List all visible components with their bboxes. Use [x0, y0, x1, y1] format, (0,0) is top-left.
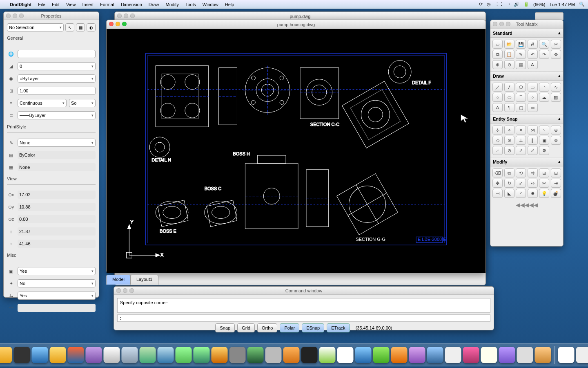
offset-icon[interactable]: ⇉: [528, 168, 538, 177]
preview-icon[interactable]: 🔍: [539, 40, 549, 49]
pick-icon[interactable]: ↖: [65, 23, 74, 31]
dock-sysprefs-icon[interactable]: [229, 347, 246, 363]
tab-layout1[interactable]: Layout1: [130, 275, 158, 285]
snap-mid-icon[interactable]: ⋄: [504, 126, 514, 135]
command-input[interactable]: :: [117, 314, 490, 322]
linetype-field[interactable]: Continuous: [18, 99, 67, 107]
menu-tools[interactable]: Tools: [185, 2, 196, 7]
dock-adium-icon[interactable]: [194, 347, 210, 363]
zoomout-icon[interactable]: ⊖: [504, 60, 514, 69]
dock-terminal-icon[interactable]: [301, 347, 318, 363]
dock-messenger-icon[interactable]: [176, 347, 192, 363]
dock-safari-icon[interactable]: [122, 347, 138, 363]
tool-pager[interactable]: ◀◀◀◀◀: [490, 200, 563, 210]
dock-itunes-icon[interactable]: [140, 347, 156, 363]
volume-icon[interactable]: 🔊: [514, 2, 519, 7]
array-icon[interactable]: ⊞: [539, 168, 549, 177]
snap-none-icon[interactable]: ⊘: [504, 146, 514, 155]
spotlight-icon[interactable]: 🔍: [579, 2, 585, 7]
menu-file[interactable]: File: [38, 2, 45, 7]
dock-dashboard-icon[interactable]: [14, 347, 30, 363]
chamfer-icon[interactable]: ◣: [504, 189, 514, 198]
spline-icon[interactable]: ∿: [551, 83, 561, 92]
dock-calc-icon[interactable]: [535, 347, 551, 363]
etrack-toggle[interactable]: ETrack: [327, 323, 350, 332]
snap-from-icon[interactable]: ↗: [516, 146, 526, 155]
bluetooth-icon[interactable]: ⋮⋮: [495, 2, 504, 7]
dock-imovie-icon[interactable]: [212, 347, 228, 363]
minimize-icon[interactable]: [116, 22, 120, 26]
dock-appstore-icon[interactable]: [158, 347, 174, 363]
match-icon[interactable]: ✎: [516, 50, 526, 59]
dock-textedit-icon[interactable]: [517, 347, 533, 363]
snap-node-icon[interactable]: ⊗: [551, 136, 561, 145]
ellipse-icon[interactable]: ⬭: [504, 93, 514, 102]
esnap-toggle[interactable]: ESnap: [302, 323, 324, 332]
pan-icon[interactable]: ✥: [551, 50, 561, 59]
color-field[interactable]: [18, 50, 96, 58]
close-icon[interactable]: [109, 22, 114, 26]
menubar-clock[interactable]: Tue 1:47 PM: [549, 2, 575, 7]
fillet-icon[interactable]: ◜: [516, 189, 526, 198]
menu-insert[interactable]: Insert: [82, 2, 94, 7]
dock-documents-icon[interactable]: [576, 347, 588, 363]
undo-icon[interactable]: ↶: [528, 50, 538, 59]
snap-perp-icon[interactable]: ⊥: [516, 136, 526, 145]
dock-mail-icon[interactable]: [0, 347, 12, 363]
polyline-icon[interactable]: 〳: [504, 83, 514, 92]
paste-icon[interactable]: 📋: [504, 50, 514, 59]
pattern-icon[interactable]: ⊟: [551, 168, 561, 177]
dock-onenote-icon[interactable]: [409, 347, 425, 363]
snap-ext-icon[interactable]: ⟍: [539, 126, 549, 135]
menu-format[interactable]: Format: [100, 2, 114, 7]
dock-chrome-icon[interactable]: [104, 347, 120, 363]
save-icon[interactable]: 💾: [516, 40, 526, 49]
redo-icon[interactable]: ↷: [539, 50, 549, 59]
printstyle-field[interactable]: None: [18, 139, 96, 147]
menu-modify[interactable]: Modify: [166, 2, 179, 7]
polygon-icon[interactable]: ⬡: [516, 83, 526, 92]
dock-vbox-icon[interactable]: [427, 347, 443, 363]
dock-entourage-icon[interactable]: [50, 347, 66, 363]
snap-set-icon[interactable]: ⚙: [539, 146, 549, 155]
dock-ichat-icon[interactable]: [32, 347, 48, 363]
quick-select-icon[interactable]: ▦: [76, 23, 85, 31]
print-icon[interactable]: 🖨: [528, 40, 538, 49]
dock-downloads-icon[interactable]: [558, 347, 575, 363]
dock-firefox-icon[interactable]: [68, 347, 84, 363]
revision-icon[interactable]: ☁: [539, 93, 549, 102]
zoom-icon[interactable]: [122, 22, 127, 26]
battery-icon[interactable]: 🔋: [523, 2, 529, 7]
block-icon[interactable]: ▢: [516, 103, 526, 112]
scale-field[interactable]: 1.00: [18, 87, 96, 95]
app-name[interactable]: DraftSight: [10, 2, 31, 7]
bomb-icon[interactable]: 💣: [551, 189, 561, 198]
tm-section-esnap[interactable]: Entity Snap▴: [490, 114, 563, 123]
snap-appint-icon[interactable]: ⋊: [528, 126, 538, 135]
tm-section-standard[interactable]: Standard▴: [490, 28, 563, 38]
selection-dropdown[interactable]: No Selection: [7, 23, 64, 31]
explode-icon[interactable]: ✸: [528, 189, 538, 198]
snap-tan-icon[interactable]: ⊘: [504, 136, 514, 145]
break-icon[interactable]: ⊣: [492, 189, 503, 198]
clock-icon[interactable]: ◷: [487, 2, 491, 7]
cut-icon[interactable]: ✂: [551, 40, 561, 49]
note-icon[interactable]: ▭: [528, 103, 538, 112]
rectangle-icon[interactable]: ▭: [528, 83, 538, 92]
hatch-icon[interactable]: ▨: [551, 93, 561, 102]
menu-window[interactable]: Window: [203, 2, 218, 7]
mirror-icon[interactable]: ⟲: [516, 168, 526, 177]
snap-track-icon[interactable]: ⤢: [528, 146, 538, 155]
misc-c[interactable]: Yes: [18, 292, 96, 300]
grid-toggle[interactable]: Grid: [237, 323, 255, 332]
trim-icon[interactable]: ✂: [539, 179, 549, 188]
linecolor-field[interactable]: ○ ByLayer: [18, 74, 96, 83]
line-icon[interactable]: ／: [492, 83, 503, 92]
scale-icon2[interactable]: ⤢: [516, 179, 526, 188]
menu-view[interactable]: View: [66, 2, 76, 7]
move-icon[interactable]: ✥: [492, 179, 503, 188]
dock-ppt-icon[interactable]: [391, 347, 408, 363]
new-icon[interactable]: ▱: [492, 40, 503, 49]
snap-center-icon[interactable]: ⊕: [551, 126, 561, 135]
lineweight-field[interactable]: ─── ByLayer: [18, 111, 96, 119]
